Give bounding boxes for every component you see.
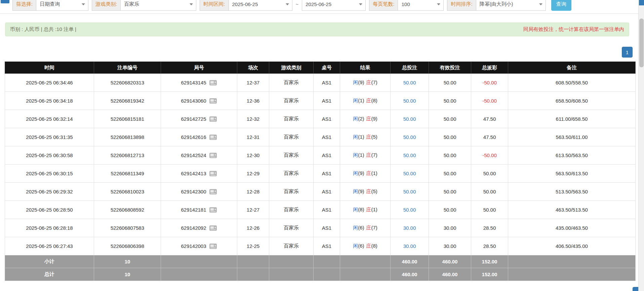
cell-valid-bet: 50.00 bbox=[429, 183, 471, 201]
game-type-select[interactable]: 百家乐 bbox=[120, 0, 196, 11]
cell-game-type: 百家乐 bbox=[269, 128, 314, 146]
cell-valid-bet: 50.00 bbox=[429, 110, 471, 128]
total-bet-link[interactable]: 50.00 bbox=[403, 134, 416, 140]
cell-bet-id: 522606812713 bbox=[94, 146, 161, 165]
round-replay-icon[interactable] bbox=[209, 225, 217, 231]
banker-result-label: 庄 bbox=[366, 243, 371, 249]
per-page-select[interactable]: 100 bbox=[398, 0, 444, 11]
game-type-label: 游戏类别: bbox=[92, 0, 120, 11]
cell-table-no: AS1 bbox=[314, 146, 340, 165]
player-result-label: 闲 bbox=[353, 207, 358, 212]
player-result-label: 闲 bbox=[353, 116, 358, 121]
cell-valid-bet: 50.00 bbox=[429, 128, 471, 146]
round-replay-icon[interactable] bbox=[209, 134, 217, 141]
cell-remark: 435.00/463.50 bbox=[508, 219, 636, 237]
cell-table-no: AS1 bbox=[314, 219, 340, 237]
range-separator: ~ bbox=[296, 1, 299, 7]
filter-type-select[interactable]: 日期查询 bbox=[36, 0, 88, 11]
total-bet-link[interactable]: 50.00 bbox=[403, 116, 416, 122]
cell-total-bet: 50.00 bbox=[391, 92, 429, 110]
cell-table-no: AS1 bbox=[314, 74, 340, 92]
cell-bet-id: 522606807583 bbox=[94, 219, 161, 237]
cell-total-bet: 50.00 bbox=[391, 110, 429, 128]
table-row: 2025-06-25 06:28:50 522606808592 6291421… bbox=[5, 201, 636, 219]
cell-game-type: 百家乐 bbox=[269, 201, 314, 219]
round-replay-icon[interactable] bbox=[209, 188, 217, 195]
cell-payout: -50.00 bbox=[471, 146, 508, 165]
sort-group: 时间排序: 降幂(由大到小) bbox=[447, 0, 546, 11]
cell-session: 12-26 bbox=[237, 219, 269, 237]
table-body: 2025-06-25 06:34:46 522606820313 6291431… bbox=[5, 74, 636, 255]
page-1-button[interactable]: 1 bbox=[622, 47, 633, 58]
sort-select[interactable]: 降幂(由大到小) bbox=[476, 0, 546, 11]
round-replay-icon[interactable] bbox=[209, 98, 217, 104]
cell-result: 闲(1)庄(8) bbox=[340, 92, 391, 110]
total-bet-link[interactable]: 50.00 bbox=[403, 98, 416, 104]
cell-round-id: 629142725 bbox=[161, 110, 237, 128]
time-range-group: 时间区间: 2025-06-25 bbox=[200, 0, 292, 11]
total-bet-link[interactable]: 30.00 bbox=[403, 225, 416, 231]
total-bet-link[interactable]: 50.00 bbox=[403, 80, 416, 85]
banker-result-label: 庄 bbox=[366, 152, 371, 158]
round-number: 629143060 bbox=[181, 98, 206, 104]
round-replay-icon[interactable] bbox=[209, 152, 217, 159]
round-number: 629142181 bbox=[181, 207, 206, 213]
date-to-group: 2025-06-25 bbox=[302, 0, 366, 11]
subtotal-row: 小计 10 460.00 460.00 152.00 bbox=[5, 255, 636, 268]
cell-table-no: AS1 bbox=[314, 237, 340, 255]
cell-result: 闲(2)庄(9) bbox=[340, 110, 391, 128]
cell-remark: 563.50/611.00 bbox=[508, 128, 636, 146]
total-total-bet: 460.00 bbox=[391, 268, 429, 281]
subtotal-count: 10 bbox=[94, 255, 161, 268]
subtotal-total-bet: 460.00 bbox=[391, 255, 429, 268]
cell-result: 闲(1)庄(5) bbox=[340, 128, 391, 146]
total-bet-link[interactable]: 50.00 bbox=[403, 207, 416, 213]
banker-score: (1) bbox=[371, 207, 377, 212]
cell-valid-bet: 50.00 bbox=[429, 146, 471, 165]
date-to-input[interactable]: 2025-06-25 bbox=[302, 0, 366, 11]
round-replay-icon[interactable] bbox=[209, 79, 217, 86]
cell-total-bet: 50.00 bbox=[391, 74, 429, 92]
round-replay-icon[interactable] bbox=[209, 207, 217, 213]
total-valid-bet: 460.00 bbox=[429, 268, 471, 281]
total-bet-link[interactable]: 50.00 bbox=[403, 189, 416, 194]
cell-round-id: 629142300 bbox=[161, 183, 237, 201]
banker-result-label: 庄 bbox=[366, 98, 371, 103]
header-game-type: 游戏类别 bbox=[269, 62, 314, 74]
total-bet-link[interactable]: 50.00 bbox=[403, 152, 416, 158]
cell-session: 12-25 bbox=[237, 237, 269, 255]
round-replay-icon[interactable] bbox=[209, 170, 217, 177]
cell-round-id: 629142524 bbox=[161, 146, 237, 165]
header-valid-bet: 有效投注 bbox=[429, 62, 471, 74]
cell-table-no: AS1 bbox=[314, 110, 340, 128]
date-from-input[interactable]: 2025-06-25 bbox=[229, 0, 292, 11]
round-replay-icon[interactable] bbox=[209, 116, 217, 122]
total-label: 总计 bbox=[5, 268, 94, 281]
round-replay-icon[interactable] bbox=[209, 243, 217, 250]
cell-total-bet: 50.00 bbox=[391, 146, 429, 165]
cell-remark: 611.00/658.50 bbox=[508, 110, 636, 128]
total-bet-link[interactable]: 50.00 bbox=[403, 171, 416, 176]
table-row: 2025-06-25 06:31:35 522606813898 6291426… bbox=[5, 128, 636, 146]
table-row: 2025-06-25 06:34:46 522606820313 6291431… bbox=[5, 74, 636, 92]
chevron-down-icon bbox=[437, 3, 440, 5]
header-result: 结果 bbox=[340, 62, 391, 74]
query-button[interactable]: 查询 bbox=[551, 0, 571, 11]
total-bet-link[interactable]: 30.00 bbox=[403, 243, 416, 249]
banker-score: (7) bbox=[371, 225, 377, 230]
scrollbar-thumb[interactable] bbox=[639, 19, 644, 67]
player-result-label: 闲 bbox=[353, 170, 358, 176]
cell-round-id: 629142003 bbox=[161, 237, 237, 255]
cell-round-id: 629142616 bbox=[161, 128, 237, 146]
vertical-scrollbar[interactable] bbox=[638, 0, 644, 291]
round-number: 629142092 bbox=[181, 225, 206, 231]
cell-session: 12-29 bbox=[237, 165, 269, 183]
cell-remark: 608.50/558.50 bbox=[508, 74, 636, 92]
cell-result: 闲(9)庄(7) bbox=[340, 74, 391, 92]
cell-round-id: 629143060 bbox=[161, 92, 237, 110]
cell-bet-id: 522606820313 bbox=[94, 74, 161, 92]
player-score: (1) bbox=[358, 134, 364, 140]
currency-summary-text: 币别 : 人民币 | 总共 :10 注单 | bbox=[10, 26, 76, 33]
total-row: 总计 10 460.00 460.00 152.00 bbox=[5, 268, 636, 281]
top-left-partial-element bbox=[1, 0, 9, 3]
